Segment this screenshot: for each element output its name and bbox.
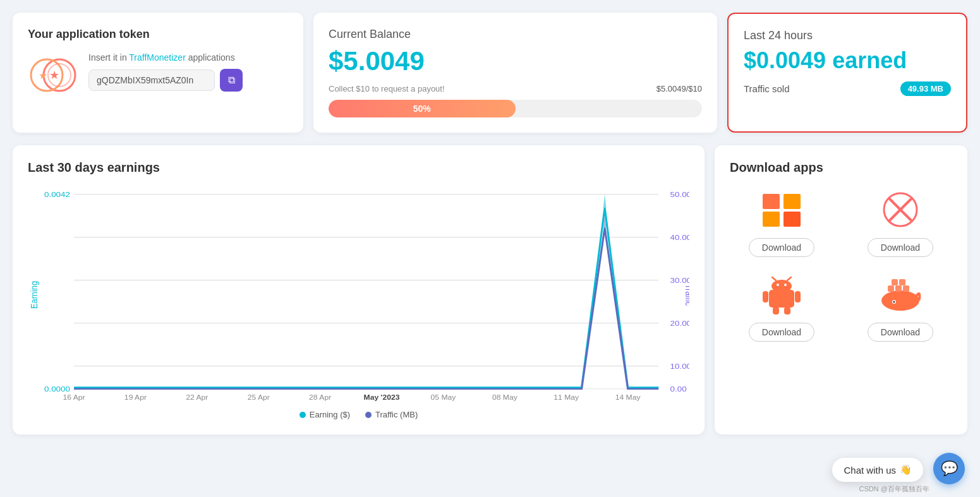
svg-text:★: ★ [39,70,47,81]
svg-point-42 [777,284,779,286]
legend-earning: Earning ($) [299,410,350,419]
svg-rect-55 [899,279,905,285]
svg-rect-51 [888,285,894,292]
token-card: Your application token ★ ★ Insert it [13,13,303,133]
legend-traffic: Traffic (MB) [365,410,418,419]
svg-marker-21 [603,195,607,208]
svg-point-43 [784,284,787,286]
download-item-macos: Download [849,188,952,257]
svg-text:50.00: 50.00 [670,191,689,199]
progress-bar-fill: 50% [329,100,516,117]
hours-title: Last 24 hours [744,29,951,42]
legend-traffic-label: Traffic (MB) [375,410,418,419]
svg-rect-53 [903,285,909,292]
svg-text:11 May: 11 May [554,393,579,400]
svg-text:28 Apr: 28 Apr [309,393,331,400]
hours-card: Last 24 hours $0.0049 earned Traffic sol… [727,13,967,133]
download-windows-button[interactable]: Download [749,238,814,257]
svg-text:05 May: 05 May [430,393,456,400]
download-item-android: Download [730,272,833,342]
svg-rect-36 [783,212,801,227]
windows-icon [756,188,807,232]
legend-earning-label: Earning ($) [310,410,350,419]
chart-title: Last 30 days earnings [28,160,689,175]
svg-point-57 [893,301,895,302]
svg-rect-40 [769,290,794,308]
progress-bar: 50% [329,100,702,117]
svg-text:10.00: 10.00 [670,362,689,371]
copy-token-button[interactable]: ⧉ [220,69,243,92]
token-input[interactable] [88,69,215,91]
svg-text:0.0042: 0.0042 [44,191,70,199]
token-desc-prefix: Insert it in [88,52,129,63]
chart-legend: Earning ($) Traffic (MB) [28,410,689,419]
svg-rect-48 [773,307,779,314]
svg-text:20.00: 20.00 [670,320,689,328]
balance-amount: $5.0049 [329,46,702,76]
download-docker-button[interactable]: Download [868,323,933,342]
download-apps-card: Download apps Download [715,145,967,434]
docker-icon [875,272,926,316]
svg-text:★: ★ [49,69,59,81]
svg-text:May '2023: May '2023 [364,393,400,400]
svg-text:Earning: Earning [29,281,39,309]
svg-text:0.0000: 0.0000 [44,385,70,393]
legend-earning-dot [299,412,306,418]
chart-card: Last 30 days earnings 0.0042 0.0000 50.0… [13,145,705,434]
chart-container: 0.0042 0.0000 50.00 40.00 30.00 20.00 10… [28,188,689,402]
balance-title: Current Balance [329,28,702,41]
svg-text:08 May: 08 May [492,393,517,400]
download-item-windows: Download [730,188,833,257]
chart-svg: 0.0042 0.0000 50.00 40.00 30.00 20.00 10… [28,188,689,402]
svg-text:22 Apr: 22 Apr [186,393,208,400]
legend-traffic-dot [365,412,372,418]
download-android-button[interactable]: Download [749,323,814,342]
svg-rect-52 [895,285,902,292]
token-desc-suffix: applications [186,52,235,63]
token-card-title: Your application token [28,28,288,41]
svg-text:Traffic: Traffic [684,284,689,306]
svg-line-44 [772,277,776,280]
download-item-docker: Download [849,272,952,342]
svg-rect-33 [763,194,780,209]
traffic-label: Traffic sold [744,83,790,94]
svg-text:19 Apr: 19 Apr [124,393,147,400]
traffmonetizer-link[interactable]: TraffMonetizer [129,52,185,63]
token-info: Insert it in TraffMonetizer applications… [88,52,288,92]
copy-icon: ⧉ [228,75,235,86]
svg-rect-35 [763,212,780,227]
balance-card: Current Balance $5.0049 Collect $10 to r… [313,13,717,133]
svg-rect-46 [763,291,768,302]
hours-earned: $0.0049 earned [744,47,951,74]
macos-icon [875,188,926,232]
svg-line-45 [787,277,791,280]
svg-text:16 Apr: 16 Apr [63,393,85,400]
svg-text:0.00: 0.00 [670,385,687,393]
download-grid: Download Download [730,188,952,342]
svg-rect-54 [892,279,898,285]
svg-text:25 Apr: 25 Apr [248,393,270,400]
svg-point-50 [881,290,919,311]
traffic-badge: 49.93 MB [900,81,951,96]
svg-rect-47 [795,291,801,302]
collect-text: Collect $10 to request a payout! [329,84,445,93]
svg-text:40.00: 40.00 [670,234,689,242]
svg-rect-34 [783,194,801,209]
token-icon: ★ ★ [28,50,78,94]
svg-rect-49 [784,307,790,314]
svg-text:14 May: 14 May [615,393,641,400]
android-icon [756,272,807,316]
svg-point-41 [771,280,792,292]
download-macos-button[interactable]: Download [868,238,933,257]
progress-label: $5.0049/$10 [656,84,702,93]
download-title: Download apps [730,160,952,175]
